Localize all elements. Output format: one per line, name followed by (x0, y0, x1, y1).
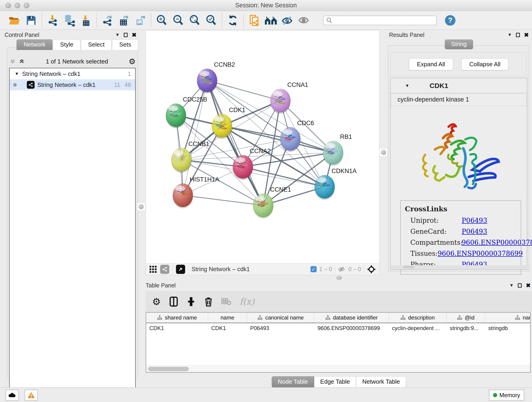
table-tabs: Node TableEdge TableNetwork Table (146, 376, 532, 388)
column-header[interactable]: shared name (146, 313, 208, 323)
expand-all-chevrons-icon[interactable] (9, 58, 16, 65)
crosslink-value-link[interactable]: P06493 (462, 217, 487, 224)
network-node-hist1h1a[interactable]: HIST1H1A (173, 176, 219, 208)
node-table[interactable]: shared namenamecanonical namedatabase id… (146, 312, 531, 373)
tab-edge-table[interactable]: Edge Table (314, 376, 356, 388)
open-session-icon[interactable] (6, 13, 23, 27)
collapse-all-chevrons-icon[interactable] (18, 58, 25, 65)
selected-nodes-checkbox-icon[interactable]: ✓ (310, 266, 317, 272)
gene-collapse-icon[interactable]: ▼ (405, 83, 409, 88)
table-cell[interactable]: CDK1 (208, 325, 247, 332)
create-column-icon[interactable] (186, 296, 196, 307)
network-edge[interactable] (207, 80, 263, 205)
column-header[interactable]: database identifier (314, 313, 389, 323)
left-splitter[interactable] (138, 30, 144, 275)
column-header[interactable]: @id (447, 313, 485, 323)
table-panel-close-icon[interactable]: ✖ (526, 282, 531, 289)
results-panel-float-icon[interactable] (516, 33, 520, 37)
table-row[interactable]: CDK1CDK1P064939606.ENSP00000378699cyclin… (146, 323, 530, 333)
table-panel-collapse-icon[interactable]: ▼ (509, 283, 514, 288)
column-header[interactable]: description (389, 313, 447, 323)
crosslink-row: Uniprot:P06493 (410, 217, 519, 224)
right-splitter-handle[interactable] (380, 148, 388, 157)
zoom-selected-icon[interactable] (203, 13, 220, 27)
table-panel-float-icon[interactable] (518, 283, 522, 288)
first-neighbors-icon[interactable] (263, 13, 279, 27)
import-network-database-icon[interactable] (61, 13, 77, 27)
network-canvas[interactable]: CCNB2CCNA1CDC25BCDK1CDC6RB1CCNB1CCNA2CDK… (146, 31, 379, 263)
refresh-view-icon[interactable] (225, 13, 241, 27)
control-panel-collapse-icon[interactable]: ▼ (115, 32, 120, 37)
import-table-icon[interactable] (77, 13, 94, 27)
table-settings-gear-icon[interactable]: ⚙ (152, 296, 161, 307)
control-panel: Control Panel ▼ ✖ NetworkStyleSelectSets… (3, 30, 138, 380)
grid-view-icon[interactable] (149, 265, 157, 273)
show-column-icon[interactable] (169, 296, 178, 307)
export-table-icon[interactable] (115, 13, 132, 27)
collapse-all-button[interactable]: Collapse All (462, 58, 509, 70)
show-all-icon[interactable] (296, 13, 312, 27)
search-box[interactable] (323, 16, 437, 25)
horizontal-splitter[interactable] (144, 275, 532, 281)
network-overview-icon[interactable] (160, 265, 169, 274)
tab-node-table[interactable]: Node Table (272, 376, 314, 388)
tab-network-table[interactable]: Network Table (356, 376, 406, 388)
warnings-button[interactable] (25, 390, 38, 401)
network-options-gear-icon[interactable]: ⚙ (129, 57, 136, 66)
table-horizontal-scrollbar[interactable] (146, 365, 530, 372)
network-row[interactable]: String Network – cdk1 11 48 (10, 79, 135, 90)
collection-expand-icon[interactable]: ▼ (15, 71, 19, 76)
right-splitter[interactable] (380, 30, 387, 275)
crosslink-value-link[interactable]: 9606.ENSP00000378699 (462, 239, 532, 246)
results-scrollbar[interactable] (391, 265, 530, 269)
column-header[interactable]: canonical name (247, 313, 314, 323)
expand-all-button[interactable]: Expand All (409, 58, 453, 70)
shared-column-icon (157, 315, 162, 320)
export-image-icon[interactable] (132, 13, 148, 27)
tab-string[interactable]: String (445, 39, 473, 49)
memory-button[interactable]: Memory (489, 390, 524, 401)
column-header[interactable]: namespace (485, 313, 531, 323)
zoom-fit-icon[interactable] (186, 13, 203, 27)
network-node-cdkn1a[interactable]: CDKN1A (315, 167, 357, 200)
birds-eye-crosshair-icon[interactable] (367, 265, 376, 274)
network-edge[interactable] (183, 195, 263, 205)
search-input[interactable] (333, 17, 429, 24)
control-panel-close-icon[interactable]: ✖ (132, 32, 137, 38)
help-icon[interactable]: ? (445, 15, 456, 26)
gene-section-header[interactable]: ▼ CDK1 (390, 78, 527, 93)
zoom-out-icon[interactable] (170, 13, 186, 27)
results-panel-collapse-icon[interactable]: ▼ (507, 32, 512, 37)
table-cell[interactable]: stringdb (485, 325, 531, 332)
results-panel-close-icon[interactable]: ✖ (524, 32, 529, 38)
import-network-icon[interactable] (44, 13, 61, 27)
tab-select[interactable]: Select (81, 39, 112, 50)
tab-network[interactable]: Network (17, 39, 52, 50)
crosslink-value-link[interactable]: 9606.ENSP00000378699 (438, 249, 523, 257)
table-cell[interactable]: stringdb:9... (447, 325, 485, 332)
table-cell[interactable]: P06493 (247, 325, 314, 332)
export-network-icon[interactable] (99, 13, 115, 27)
cloud-status-button[interactable] (6, 390, 19, 401)
table-cell[interactable]: cyclin-dependent ... (389, 325, 447, 332)
table-panel-title: Table Panel (146, 282, 176, 289)
column-header[interactable]: name (208, 313, 247, 323)
table-cell[interactable]: CDK1 (146, 325, 208, 332)
crosslink-value-link[interactable]: P06493 (462, 228, 487, 235)
horizontal-splitter-handle[interactable] (336, 276, 342, 280)
hide-selected-icon[interactable] (279, 13, 296, 27)
network-node-ccnb1[interactable]: CCNB1 (171, 140, 209, 173)
network-collection-row[interactable]: ▼ String Network – cdk1 1 (10, 68, 135, 79)
detach-view-icon[interactable] (176, 265, 185, 274)
duplicate-network-icon[interactable] (246, 13, 263, 27)
tab-sets[interactable]: Sets (112, 39, 138, 50)
network-node-ccne1[interactable]: CCNE1 (253, 186, 291, 218)
save-session-icon[interactable] (23, 13, 39, 27)
control-panel-float-icon[interactable] (124, 33, 128, 37)
zoom-in-icon[interactable] (153, 13, 170, 27)
table-cell[interactable]: 9606.ENSP00000378699 (314, 325, 389, 332)
network-node-rb1[interactable]: RB1 (323, 133, 352, 166)
delete-column-icon[interactable] (204, 296, 213, 307)
left-splitter-handle[interactable] (137, 203, 145, 211)
tab-style[interactable]: Style (53, 39, 80, 50)
